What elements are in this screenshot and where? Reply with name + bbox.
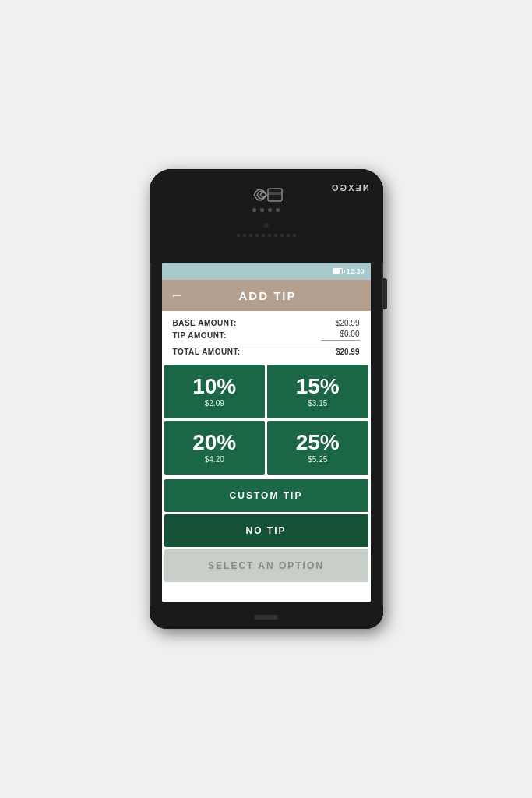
- svg-rect-1: [268, 192, 282, 195]
- total-amount-value: $20.99: [336, 348, 360, 356]
- camera: [264, 223, 269, 228]
- indicator-dots: [252, 208, 280, 212]
- dot-1: [252, 208, 256, 212]
- tip-15-percent: 15%: [296, 376, 340, 397]
- tip-15-button[interactable]: 15% $3.15: [267, 365, 368, 418]
- battery-icon: [333, 268, 343, 274]
- tip-20-percent: 20%: [192, 432, 236, 454]
- back-button[interactable]: ←: [170, 288, 184, 304]
- speaker: [237, 234, 296, 237]
- base-amount-label: BASE AMOUNT:: [173, 319, 237, 327]
- device-bottom: [150, 606, 383, 629]
- tip-amount-row: TIP AMOUNT: $0.00: [173, 330, 360, 341]
- tip-options-grid: 10% $2.09 15% $3.15 20% $4.20 25% $5.25: [162, 362, 371, 477]
- page-title: ADD TIP: [192, 289, 344, 302]
- battery-fill: [334, 269, 340, 274]
- terminal-device: NEXGO: [150, 169, 383, 629]
- device-wrapper: NEXGO: [134, 157, 399, 641]
- dot-4: [276, 208, 280, 212]
- home-button: [255, 615, 278, 620]
- tip-10-button[interactable]: 10% $2.09: [164, 365, 266, 418]
- tip-20-amount: $4.20: [205, 455, 224, 464]
- total-amount-label: TOTAL AMOUNT:: [173, 348, 241, 356]
- amount-section: BASE AMOUNT: $20.99 TIP AMOUNT: $0.00 TO…: [162, 311, 371, 362]
- no-tip-button[interactable]: NO TIP: [164, 514, 368, 547]
- tip-20-button[interactable]: 20% $4.20: [164, 421, 266, 475]
- header-bar: ← ADD TIP: [162, 280, 371, 311]
- device-top: NEXGO: [150, 169, 383, 263]
- dot-3: [268, 208, 272, 212]
- dot-2: [260, 208, 264, 212]
- tip-10-amount: $2.09: [205, 399, 224, 408]
- divider: [173, 344, 360, 344]
- nfc-symbol: [247, 181, 286, 208]
- base-amount-row: BASE AMOUNT: $20.99: [173, 319, 360, 327]
- base-amount-value: $20.99: [336, 319, 360, 327]
- tip-amount-label: TIP AMOUNT:: [173, 331, 227, 340]
- select-option-button[interactable]: SELECT AN OPTION: [164, 549, 368, 582]
- tip-25-button[interactable]: 25% $5.25: [267, 421, 368, 475]
- tip-amount-value: $0.00: [321, 330, 360, 341]
- action-buttons: CUSTOM TIP NO TIP SELECT AN OPTION: [162, 477, 371, 584]
- tip-25-percent: 25%: [296, 432, 340, 454]
- tip-15-amount: $3.15: [308, 399, 327, 408]
- status-time: 12:30: [346, 267, 364, 275]
- status-bar: 12:30: [162, 263, 371, 280]
- custom-tip-button[interactable]: CUSTOM TIP: [164, 479, 368, 512]
- brand-label: NEXGO: [330, 183, 369, 192]
- tip-25-amount: $5.25: [308, 455, 327, 464]
- side-button: [383, 278, 387, 309]
- total-amount-row: TOTAL AMOUNT: $20.99: [173, 348, 360, 356]
- screen: 12:30 ← ADD TIP BASE AMOUNT: $20.99 TIP …: [162, 263, 371, 602]
- tip-10-percent: 10%: [192, 376, 236, 397]
